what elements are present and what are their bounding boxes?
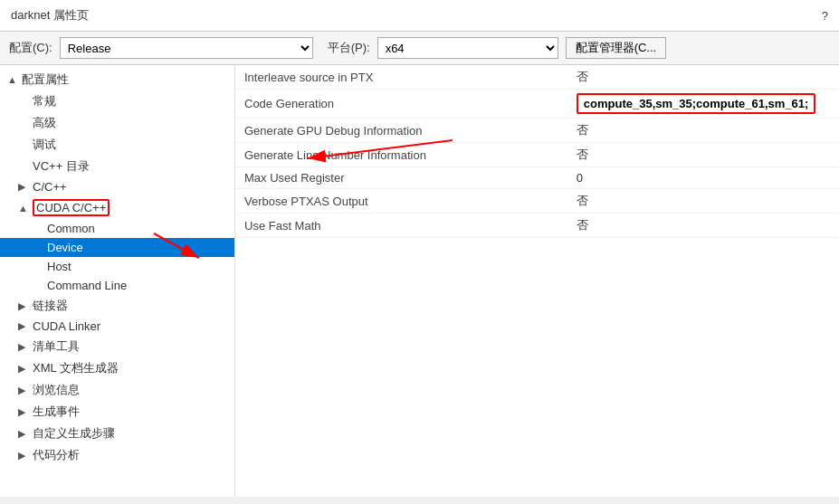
sidebar-label-debug: 调试: [33, 137, 56, 153]
toolbar: 配置(C): Release 平台(P): x64 配置管理器(C...: [0, 32, 839, 65]
sidebar-label-build-events: 生成事件: [33, 404, 80, 420]
table-row[interactable]: Max Used Register0: [235, 167, 839, 189]
prop-name-1: Code Generation: [235, 90, 567, 119]
sidebar-label-advanced: 高级: [33, 115, 56, 131]
properties-panel: Interleave source in PTX否Code Generation…: [235, 65, 839, 497]
table-row[interactable]: Code Generationcompute_35,sm_35;compute_…: [235, 90, 839, 119]
toggle-build-events: ▶: [18, 406, 29, 418]
toggle-cuda-linker: ▶: [18, 320, 29, 332]
sidebar-item-cuda-linker[interactable]: ▶CUDA Linker: [0, 317, 234, 336]
sidebar-label-host: Host: [47, 260, 72, 273]
sidebar-label-command-line: Command Line: [47, 279, 127, 292]
sidebar-label-device: Device: [47, 241, 83, 254]
sidebar-item-debug[interactable]: 调试: [0, 134, 234, 156]
prop-value-0: 否: [567, 65, 839, 90]
prop-name-6: Use Fast Math: [235, 214, 567, 238]
sidebar-item-device[interactable]: Device: [0, 238, 234, 257]
code-gen-highlight: compute_35,sm_35;compute_61,sm_61;: [577, 93, 816, 114]
prop-value-1: compute_35,sm_35;compute_61,sm_61;: [567, 90, 839, 119]
platform-select[interactable]: x64: [377, 37, 558, 59]
platform-label: 平台(P):: [328, 40, 370, 56]
sidebar-item-build-events[interactable]: ▶生成事件: [0, 401, 234, 423]
help-button[interactable]: ?: [822, 9, 828, 23]
table-row[interactable]: Generate GPU Debug Information否: [235, 119, 839, 143]
sidebar-item-cuda-cpp[interactable]: ▲CUDA C/C++: [0, 196, 234, 219]
toggle-manifest: ▶: [18, 341, 29, 353]
toggle-config-props: ▲: [7, 74, 18, 85]
prop-name-2: Generate GPU Debug Information: [235, 119, 567, 143]
sidebar-item-vc-dir[interactable]: VC++ 目录: [0, 156, 234, 177]
toggle-cuda-cpp: ▲: [18, 203, 29, 214]
sidebar-label-vc-dir: VC++ 目录: [33, 158, 90, 175]
config-label: 配置(C):: [9, 40, 52, 56]
table-row[interactable]: Verbose PTXAS Output否: [235, 189, 839, 214]
sidebar-label-code-analysis: 代码分析: [33, 447, 80, 463]
sidebar-item-c-cpp[interactable]: ▶C/C++: [0, 177, 234, 196]
sidebar: ▲配置属性常规高级调试VC++ 目录▶C/C++▲CUDA C/C++Commo…: [0, 65, 235, 497]
sidebar-item-code-analysis[interactable]: ▶代码分析: [0, 444, 234, 466]
sidebar-label-linker: 链接器: [33, 298, 68, 314]
sidebar-label-c-cpp: C/C++: [33, 180, 67, 194]
table-row[interactable]: Use Fast Math否: [235, 214, 839, 238]
sidebar-item-config-props[interactable]: ▲配置属性: [0, 69, 234, 90]
toggle-linker: ▶: [18, 300, 29, 312]
toggle-code-analysis: ▶: [18, 450, 29, 461]
sidebar-label-cuda-cpp: CUDA C/C++: [33, 199, 110, 216]
prop-value-5: 否: [567, 189, 839, 214]
sidebar-item-normal[interactable]: 常规: [0, 90, 234, 112]
sidebar-item-custom-build[interactable]: ▶自定义生成步骤: [0, 423, 234, 444]
sidebar-label-browse: 浏览信息: [33, 382, 80, 398]
sidebar-label-xml-gen: XML 文档生成器: [33, 360, 119, 376]
table-row[interactable]: Interleave source in PTX否: [235, 65, 839, 90]
toggle-xml-gen: ▶: [18, 363, 29, 375]
prop-value-3: 否: [567, 143, 839, 167]
window-title: darknet 属性页: [11, 7, 89, 24]
prop-name-4: Max Used Register: [235, 167, 567, 189]
sidebar-item-xml-gen[interactable]: ▶XML 文档生成器: [0, 357, 234, 379]
prop-name-3: Generate Line Number Information: [235, 143, 567, 167]
sidebar-item-command-line[interactable]: Command Line: [0, 276, 234, 295]
prop-value-4: 0: [567, 167, 839, 189]
title-bar: darknet 属性页 ?: [0, 0, 839, 32]
main-area: ▲配置属性常规高级调试VC++ 目录▶C/C++▲CUDA C/C++Commo…: [0, 65, 839, 497]
sidebar-item-advanced[interactable]: 高级: [0, 112, 234, 134]
toggle-c-cpp: ▶: [18, 181, 29, 193]
sidebar-label-common: Common: [47, 222, 95, 235]
sidebar-label-normal: 常规: [33, 93, 56, 109]
sidebar-item-common[interactable]: Common: [0, 219, 234, 238]
manage-config-button[interactable]: 配置管理器(C...: [566, 37, 667, 59]
prop-name-0: Interleave source in PTX: [235, 65, 567, 90]
prop-value-6: 否: [567, 214, 839, 238]
sidebar-item-host[interactable]: Host: [0, 257, 234, 276]
toggle-browse: ▶: [18, 385, 29, 396]
sidebar-item-manifest[interactable]: ▶清单工具: [0, 336, 234, 357]
config-select[interactable]: Release: [60, 37, 313, 59]
sidebar-label-config-props: 配置属性: [22, 71, 69, 88]
toggle-custom-build: ▶: [18, 428, 29, 440]
sidebar-item-linker[interactable]: ▶链接器: [0, 295, 234, 317]
table-row[interactable]: Generate Line Number Information否: [235, 143, 839, 167]
sidebar-item-browse[interactable]: ▶浏览信息: [0, 379, 234, 401]
prop-name-5: Verbose PTXAS Output: [235, 189, 567, 214]
properties-table: Interleave source in PTX否Code Generation…: [235, 65, 839, 238]
sidebar-label-custom-build: 自定义生成步骤: [33, 425, 115, 442]
sidebar-label-manifest: 清单工具: [33, 338, 80, 355]
sidebar-label-cuda-linker: CUDA Linker: [33, 319, 100, 333]
prop-value-2: 否: [567, 119, 839, 143]
